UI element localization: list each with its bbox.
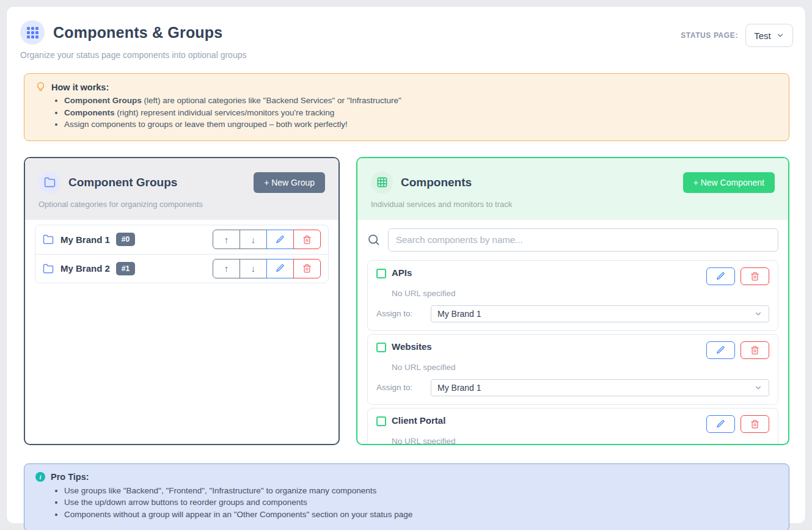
how-it-works-box: How it works: Component Groups (left) ar… bbox=[24, 73, 789, 141]
arrow-up-icon: ↑ bbox=[224, 263, 229, 274]
group-list: My Brand 1 #0 ↑ ↓ My Brand 2 #1 ↑ ↓ bbox=[35, 225, 329, 283]
folder-icon bbox=[38, 172, 60, 194]
delete-group-button[interactable] bbox=[293, 259, 321, 278]
delete-group-button[interactable] bbox=[293, 230, 321, 249]
component-card: Websites No URL specified Assign to: My … bbox=[367, 334, 778, 405]
assigned-group-value: My Brand 1 bbox=[437, 309, 754, 319]
pencil-icon bbox=[276, 264, 285, 273]
components-panel: Components + New Component Individual se… bbox=[356, 157, 789, 445]
how-it-works-bullet: Components (right) represent individual … bbox=[64, 108, 778, 117]
component-checkbox-icon bbox=[376, 269, 386, 278]
new-component-button[interactable]: + New Component bbox=[683, 172, 775, 193]
component-card: APIs No URL specified Assign to: My Bran… bbox=[367, 260, 778, 331]
component-card: Client Portal No URL specified Assign to… bbox=[367, 408, 778, 445]
edit-component-button[interactable] bbox=[706, 341, 735, 359]
page-subtitle: Organize your status page components int… bbox=[20, 50, 246, 60]
group-order-badge: #0 bbox=[116, 233, 135, 246]
main-card: Components & Groups Organize your status… bbox=[6, 6, 806, 524]
move-up-button[interactable]: ↑ bbox=[213, 230, 240, 249]
pro-tips-list: Use groups like "Backend", "Frontend", "… bbox=[64, 486, 778, 519]
edit-group-button[interactable] bbox=[266, 230, 294, 249]
component-list: APIs No URL specified Assign to: My Bran… bbox=[367, 260, 778, 445]
components-panel-subtitle: Individual services and monitors to trac… bbox=[371, 200, 775, 209]
group-order-badge: #1 bbox=[116, 262, 135, 275]
page-title: Components & Groups bbox=[53, 24, 222, 42]
component-groups-panel: Component Groups + New Group Optional ca… bbox=[24, 157, 340, 445]
edit-group-button[interactable] bbox=[266, 259, 294, 278]
edit-component-button[interactable] bbox=[706, 267, 735, 285]
how-it-works-bullet: Assign components to groups or leave the… bbox=[64, 120, 778, 129]
components-panel-header: Components + New Component Individual se… bbox=[357, 158, 788, 220]
component-url-note: No URL specified bbox=[392, 289, 769, 298]
group-row: My Brand 2 #1 ↑ ↓ bbox=[35, 254, 328, 283]
info-icon: i bbox=[35, 472, 45, 482]
assign-to-label: Assign to: bbox=[376, 383, 431, 392]
edit-component-button[interactable] bbox=[706, 415, 735, 433]
delete-component-button[interactable] bbox=[741, 267, 769, 285]
panels-row: Component Groups + New Group Optional ca… bbox=[24, 157, 789, 445]
search-icon bbox=[367, 233, 380, 246]
group-name: My Brand 1 bbox=[60, 234, 110, 245]
component-name: Websites bbox=[392, 341, 432, 352]
assigned-group-value: My Brand 1 bbox=[437, 383, 754, 393]
component-name: APIs bbox=[392, 267, 412, 278]
group-name: My Brand 2 bbox=[60, 263, 110, 274]
status-page-value: Test bbox=[754, 31, 771, 41]
assign-group-select[interactable]: My Brand 1 bbox=[431, 305, 769, 322]
groups-panel-subtitle: Optional categories for organizing compo… bbox=[38, 200, 325, 209]
pencil-icon bbox=[716, 419, 725, 429]
pro-tips-title: Pro Tips: bbox=[51, 472, 89, 482]
lightbulb-icon bbox=[35, 82, 46, 92]
pro-tip-bullet: Use groups like "Backend", "Frontend", "… bbox=[64, 486, 778, 495]
trash-icon bbox=[750, 419, 759, 429]
status-page-select[interactable]: Test bbox=[745, 24, 793, 47]
how-it-works-bullet: Component Groups (left) are optional cat… bbox=[64, 96, 778, 105]
page-header: Components & Groups Organize your status… bbox=[18, 16, 796, 60]
folder-icon bbox=[43, 234, 54, 245]
arrow-down-icon: ↓ bbox=[251, 234, 256, 245]
how-it-works-list: Component Groups (left) are optional cat… bbox=[64, 96, 778, 129]
chevron-down-icon bbox=[754, 310, 763, 318]
move-down-button[interactable]: ↓ bbox=[240, 230, 267, 249]
component-checkbox-icon bbox=[376, 343, 386, 352]
pencil-icon bbox=[716, 272, 725, 281]
status-page-label: STATUS PAGE: bbox=[681, 31, 738, 40]
pencil-icon bbox=[276, 235, 285, 244]
move-up-button[interactable]: ↑ bbox=[213, 259, 240, 278]
components-grid-icon bbox=[20, 20, 45, 45]
chevron-down-icon bbox=[754, 383, 763, 392]
pro-tip-bullet: Use the up/down arrow buttons to reorder… bbox=[64, 498, 778, 507]
trash-icon bbox=[302, 264, 312, 273]
delete-component-button[interactable] bbox=[741, 341, 769, 359]
move-down-button[interactable]: ↓ bbox=[240, 259, 267, 278]
folder-icon bbox=[43, 263, 54, 274]
trash-icon bbox=[750, 346, 759, 355]
trash-icon bbox=[302, 235, 312, 244]
components-panel-title: Components bbox=[401, 176, 472, 189]
component-url-note: No URL specified bbox=[392, 363, 769, 372]
search-input[interactable] bbox=[388, 228, 778, 252]
how-it-works-title: How it works: bbox=[51, 82, 109, 92]
component-name: Client Portal bbox=[392, 415, 445, 426]
arrow-down-icon: ↓ bbox=[251, 263, 256, 274]
component-url-note: No URL specified bbox=[392, 437, 769, 445]
table-grid-icon bbox=[371, 172, 393, 194]
groups-panel-header: Component Groups + New Group Optional ca… bbox=[25, 158, 338, 220]
pencil-icon bbox=[716, 346, 725, 355]
new-group-button[interactable]: + New Group bbox=[254, 172, 325, 193]
groups-panel-title: Component Groups bbox=[68, 176, 177, 189]
pro-tip-bullet: Components without a group will appear i… bbox=[64, 510, 778, 519]
trash-icon bbox=[750, 272, 759, 281]
arrow-up-icon: ↑ bbox=[224, 234, 229, 245]
assign-to-label: Assign to: bbox=[376, 309, 431, 318]
delete-component-button[interactable] bbox=[741, 415, 769, 433]
component-checkbox-icon bbox=[376, 416, 386, 426]
chevron-down-icon bbox=[776, 31, 785, 40]
pro-tips-box: i Pro Tips: Use groups like "Backend", "… bbox=[24, 463, 789, 530]
assign-group-select[interactable]: My Brand 1 bbox=[431, 379, 769, 396]
group-row: My Brand 1 #0 ↑ ↓ bbox=[35, 225, 328, 254]
